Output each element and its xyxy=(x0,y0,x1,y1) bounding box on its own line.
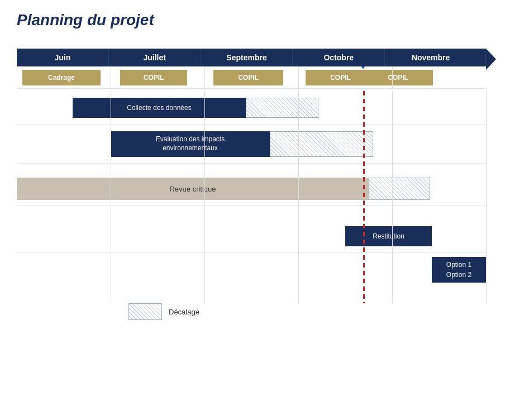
page-title: Planning du projet xyxy=(17,11,488,29)
task-collecte: Collecte des données xyxy=(73,98,246,118)
task-revue: Revue critique xyxy=(17,178,369,200)
copil-row: Cadrage COPIL COPIL COPIL COPIL xyxy=(17,66,486,89)
copil-septembre: COPIL xyxy=(213,70,283,85)
task-evaluation: Evaluation des impacts environnementaux xyxy=(111,131,270,157)
month-juin: Juin xyxy=(17,49,109,66)
row-spacer xyxy=(17,164,486,172)
row-evaluation: Evaluation des impacts environnementaux xyxy=(17,125,486,164)
task-evaluation-delay xyxy=(270,131,373,157)
task-options: Option 1 Option 2 xyxy=(432,257,486,283)
month-novembre: Novembre xyxy=(385,49,486,66)
task-collecte-delay xyxy=(246,98,318,118)
gantt-wrapper: COPIL D'AUJOURD'HUI Juin Juillet Septemb… xyxy=(17,49,486,320)
legend-hatched-box xyxy=(128,303,162,320)
row-spacer2 xyxy=(17,206,486,219)
gantt-body: Collecte des données Evaluation des impa… xyxy=(17,91,486,287)
copil-novembre: COPIL xyxy=(363,70,433,85)
task-restitution: Restitution xyxy=(345,226,432,246)
task-revue-delay xyxy=(369,178,430,200)
month-octobre: Octobre xyxy=(293,49,385,66)
copil-juillet: COPIL xyxy=(120,70,187,85)
legend: Décalage xyxy=(128,303,486,320)
month-juillet: Juillet xyxy=(109,49,201,66)
legend-label: Décalage xyxy=(169,308,199,316)
month-septembre: Septembre xyxy=(201,49,293,66)
copil-cadrage: Cadrage xyxy=(22,70,101,85)
row-revue: Revue critique xyxy=(17,172,486,206)
row-restitution: Restitution xyxy=(17,219,486,253)
months-header: Juin Juillet Septembre Octobre Novembre xyxy=(17,49,486,66)
row-options: Option 1 Option 2 xyxy=(17,253,486,287)
today-line xyxy=(363,91,365,303)
row-collecte: Collecte des données xyxy=(17,91,486,125)
page-container: Planning du projet COPIL D'AUJOURD'HUI J… xyxy=(0,0,505,331)
